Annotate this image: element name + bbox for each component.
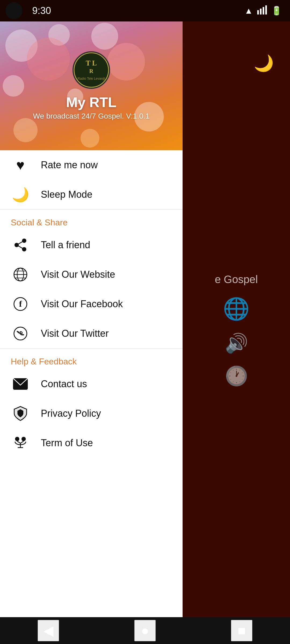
menu-label-privacy: Privacy Policy — [41, 408, 101, 419]
svg-text:R: R — [89, 68, 94, 74]
menu-item-privacy[interactable]: Privacy Policy — [0, 399, 183, 428]
nav-bar: ◀ ● ■ — [0, 617, 290, 644]
svg-rect-1 — [260, 9, 262, 14]
menu-label-twitter: Visit Our Twitter — [41, 328, 109, 339]
bg-text: e Gospel — [215, 273, 258, 286]
menu-label-sleep: Sleep Mode — [41, 189, 92, 200]
drawer-menu: ♥ Rate me now 🌙 Sleep Mode Social & Shar… — [0, 150, 183, 617]
drawer-header: T L R Radio Tele Levanjil My RTL We broa… — [0, 21, 183, 150]
bg-globe-icon[interactable]: 🌐 — [223, 296, 250, 321]
svg-rect-0 — [257, 10, 259, 14]
svg-point-24 — [21, 437, 26, 441]
menu-label-facebook: Visit Our Facebook — [41, 298, 123, 310]
svg-text:Radio Tele Levanjil: Radio Tele Levanjil — [78, 77, 105, 80]
signal-icon — [257, 5, 267, 17]
menu-item-facebook[interactable]: f Visit Our Facebook — [0, 289, 183, 319]
svg-point-23 — [15, 437, 19, 441]
email-icon — [11, 374, 30, 394]
menu-label-contact: Contact us — [41, 378, 87, 390]
section-header-help: Help & Feedback — [0, 349, 183, 369]
app-name: My RTL — [66, 94, 117, 110]
status-time: 9:30 — [32, 5, 51, 16]
globe-icon — [11, 265, 30, 284]
share-icon — [11, 235, 30, 255]
shield-icon — [11, 404, 30, 423]
menu-item-tell[interactable]: Tell a friend — [0, 230, 183, 260]
nav-home-button[interactable]: ● — [134, 620, 156, 641]
battery-icon: 🔋 — [271, 6, 282, 16]
svg-text:f: f — [19, 299, 22, 309]
home-icon: ● — [141, 623, 149, 638]
bg-volume-icon[interactable]: 🔊 — [225, 332, 248, 354]
nav-back-button[interactable]: ◀ — [38, 620, 59, 641]
drawer-panel: T L R Radio Tele Levanjil My RTL We broa… — [0, 21, 183, 617]
svg-rect-3 — [265, 5, 267, 14]
menu-item-website[interactable]: Visit Our Website — [0, 260, 183, 289]
handshake-icon — [11, 433, 30, 453]
heart-icon: ♥ — [11, 155, 30, 175]
menu-label-terms: Term of Use — [41, 437, 93, 449]
sleep-icon: 🌙 — [11, 185, 30, 204]
twitter-icon — [11, 324, 30, 343]
menu-item-terms[interactable]: Term of Use — [0, 428, 183, 458]
app-logo: T L R Radio Tele Levanjil — [73, 51, 110, 89]
facebook-icon: f — [11, 294, 30, 314]
status-bar: 9:30 ▲ 🔋 — [0, 0, 290, 21]
wifi-icon: ▲ — [244, 6, 253, 16]
bg-history-icon[interactable]: 🕐 — [225, 365, 248, 387]
menu-item-sleep[interactable]: 🌙 Sleep Mode — [0, 180, 183, 209]
recent-icon: ■ — [238, 623, 246, 638]
menu-item-twitter[interactable]: Visit Our Twitter — [0, 319, 183, 348]
section-header-social: Social & Share — [0, 210, 183, 230]
menu-label-tell: Tell a friend — [41, 239, 90, 251]
menu-item-rate[interactable]: ♥ Rate me now — [0, 150, 183, 180]
svg-line-13 — [17, 245, 24, 249]
background-content: e Gospel 🌐 🔊 🕐 — [183, 43, 290, 617]
svg-rect-2 — [263, 7, 264, 14]
status-icons: ▲ 🔋 — [244, 5, 282, 17]
back-icon: ◀ — [43, 623, 53, 638]
svg-text:T L: T L — [86, 59, 97, 67]
nav-recent-button[interactable]: ■ — [231, 620, 252, 641]
svg-line-12 — [17, 241, 24, 245]
menu-item-contact[interactable]: Contact us — [0, 369, 183, 399]
app-subtitle: We broadcast 24/7 Gospel. V:1.0.1 — [33, 112, 150, 120]
menu-label-website: Visit Our Website — [41, 269, 115, 280]
status-circle — [5, 2, 23, 19]
menu-label-rate: Rate me now — [41, 159, 98, 171]
